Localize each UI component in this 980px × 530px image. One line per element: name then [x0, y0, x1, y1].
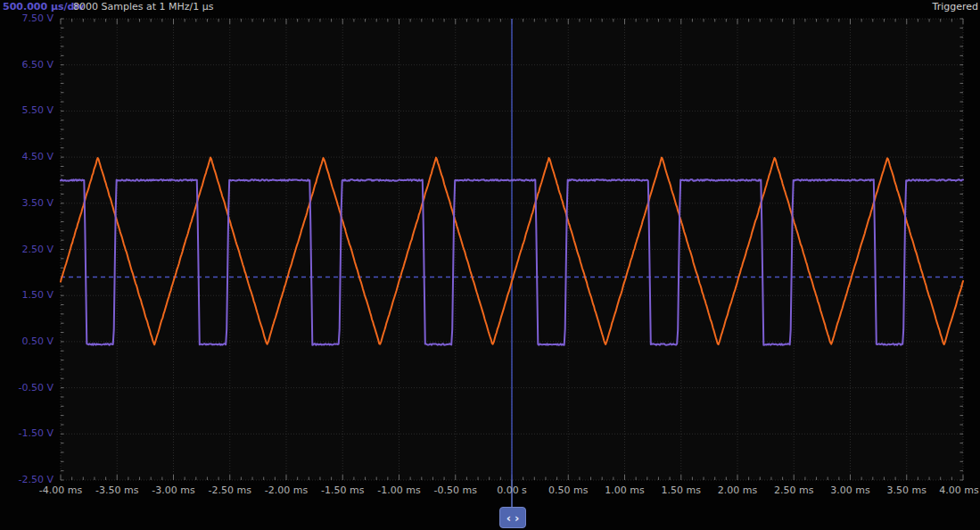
x-axis-label: 4.00 ms [939, 484, 978, 496]
x-axis-label: -4.00 ms [39, 484, 82, 496]
pan-left-icon[interactable]: ‹ [506, 512, 511, 524]
y-axis-label: 6.50 V [0, 59, 54, 70]
x-axis-label: 3.50 ms [887, 484, 926, 496]
x-axis-label: 0.50 ms [548, 484, 588, 496]
x-axis-label: 3.00 ms [830, 484, 869, 496]
x-axis-label: -1.50 ms [321, 484, 364, 496]
y-axis-label: -0.50 V [0, 382, 54, 393]
y-axis-label: 2.50 V [0, 244, 54, 255]
x-axis-label: -3.50 ms [95, 484, 138, 496]
x-axis-label: -0.50 ms [434, 484, 477, 496]
y-axis-label: -1.50 V [0, 427, 54, 439]
x-axis-label: 0.00 s [497, 484, 527, 496]
x-axis-label: -3.00 ms [152, 484, 194, 496]
x-axis-label: -2.50 ms [209, 484, 251, 496]
x-axis-label: 2.50 ms [774, 484, 813, 496]
y-axis-label: 7.50 V [0, 12, 54, 24]
horizontal-pan-button[interactable]: ‹ › [499, 507, 526, 528]
pan-right-icon[interactable]: › [515, 512, 519, 524]
y-axis-label: 1.50 V [0, 289, 54, 301]
y-axis-label: 5.50 V [0, 104, 54, 116]
x-axis-label: 2.00 ms [718, 484, 757, 496]
y-axis-label: 0.50 V [0, 335, 54, 347]
y-axis-label: 4.50 V [0, 151, 54, 162]
x-axis-label: -2.00 ms [265, 484, 308, 496]
x-axis-label: 1.00 ms [605, 484, 644, 496]
y-axis-label: 3.50 V [0, 197, 54, 209]
x-axis-label: -1.00 ms [377, 484, 420, 496]
x-axis-label: 1.50 ms [662, 484, 701, 496]
waveform-plot[interactable] [0, 0, 980, 530]
oscilloscope-screen: 500.000 µs/div 8000 Samples at 1 MHz/1 µ… [0, 0, 980, 530]
